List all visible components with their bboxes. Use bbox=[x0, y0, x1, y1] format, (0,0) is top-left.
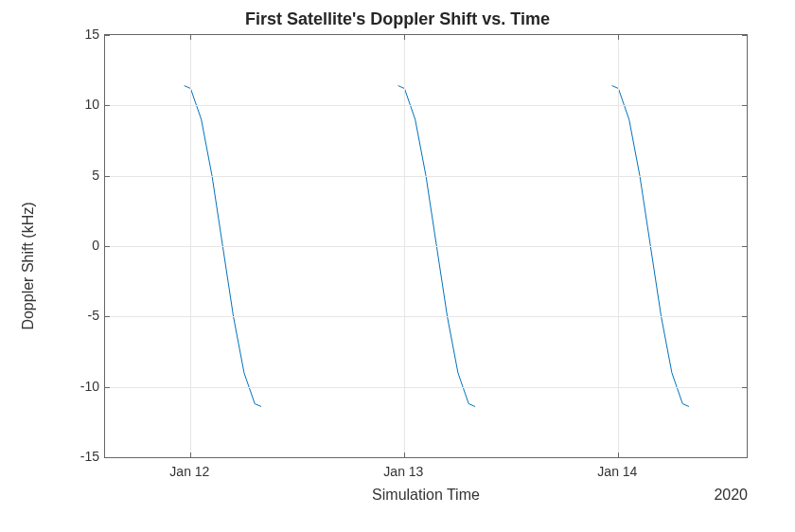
ytick-label: -15 bbox=[52, 449, 99, 464]
ytick-mark bbox=[742, 246, 747, 247]
ytick-mark bbox=[105, 316, 110, 317]
ytick-mark bbox=[742, 316, 747, 317]
ytick-label: 5 bbox=[52, 168, 99, 183]
y-axis-label: Doppler Shift (kHz) bbox=[20, 202, 37, 329]
chart-title: First Satellite's Doppler Shift vs. Time bbox=[0, 9, 795, 29]
xtick-mark bbox=[618, 35, 619, 40]
ytick-mark bbox=[105, 387, 110, 388]
chart-container: First Satellite's Doppler Shift vs. Time… bbox=[0, 0, 795, 532]
ytick-mark bbox=[742, 457, 747, 458]
xtick-mark bbox=[618, 452, 619, 457]
ytick-mark bbox=[105, 176, 110, 177]
xtick-mark bbox=[190, 35, 191, 40]
xtick-mark bbox=[190, 452, 191, 457]
ytick-mark bbox=[105, 105, 110, 106]
ytick-label: -5 bbox=[52, 308, 99, 323]
y-axis-label-wrap: Doppler Shift (kHz) bbox=[19, 0, 38, 532]
gridline-h bbox=[105, 105, 747, 106]
ytick-mark bbox=[105, 246, 110, 247]
ytick-mark bbox=[742, 105, 747, 106]
gridline-v bbox=[190, 35, 191, 457]
gridline-h bbox=[105, 246, 747, 247]
xtick-label: Jan 14 bbox=[597, 464, 637, 479]
xtick-mark bbox=[404, 35, 405, 40]
xtick-mark bbox=[404, 452, 405, 457]
ytick-mark bbox=[742, 35, 747, 36]
ytick-mark bbox=[742, 387, 747, 388]
ytick-mark bbox=[742, 176, 747, 177]
gridline-v bbox=[618, 35, 619, 457]
gridline-h bbox=[105, 387, 747, 388]
ytick-label: 10 bbox=[52, 97, 99, 112]
ytick-mark bbox=[105, 35, 110, 36]
year-label: 2020 bbox=[714, 487, 748, 504]
gridline-v bbox=[404, 35, 405, 457]
gridline-h bbox=[105, 176, 747, 177]
gridline-h bbox=[105, 316, 747, 317]
xtick-label: Jan 13 bbox=[383, 464, 423, 479]
ytick-label: -10 bbox=[52, 379, 99, 394]
ytick-label: 15 bbox=[52, 27, 99, 42]
ytick-mark bbox=[105, 457, 110, 458]
xtick-label: Jan 12 bbox=[169, 464, 209, 479]
plot-area bbox=[104, 34, 748, 458]
x-axis-label: Simulation Time bbox=[104, 487, 748, 504]
ytick-label: 0 bbox=[52, 238, 99, 253]
